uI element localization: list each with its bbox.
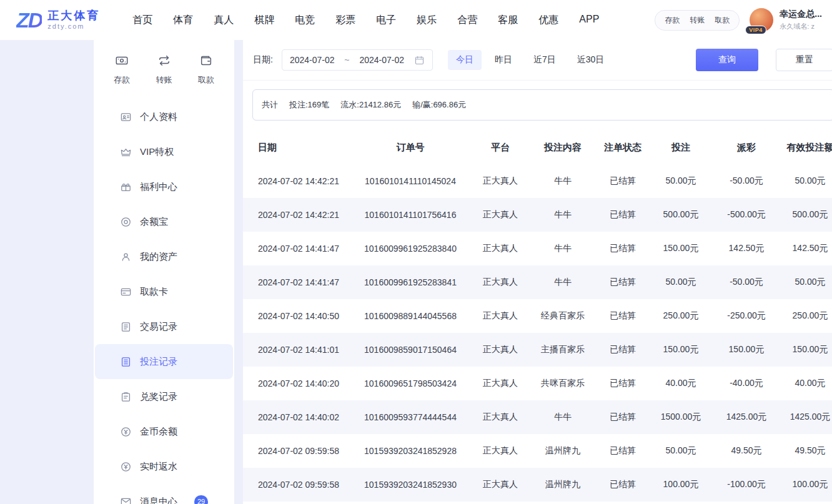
range-tab-近30日[interactable]: 近30日 (569, 50, 613, 70)
cell-payout: -50.00元 (714, 265, 779, 299)
range-tab-今日[interactable]: 今日 (448, 50, 482, 70)
cell-valid-amount: 100.00元 (779, 468, 832, 502)
summary-bar: 共计 投注:169笔 流水:21412.86元 输/赢:696.86元 (252, 89, 832, 121)
nav-item-合营[interactable]: 合营 (457, 14, 477, 27)
quick-range-tabs: 今日昨日近7日近30日 (448, 50, 612, 70)
cell-bet-content: 牛牛 (528, 164, 598, 198)
summary-turnover: 流水:21412.86元 (340, 99, 401, 111)
cell-status: 已结算 (598, 367, 648, 400)
nav-item-电竞[interactable]: 电竞 (295, 14, 315, 27)
sidebar-item-余额宝[interactable]: 余额宝 (95, 204, 233, 239)
deposit-icon (115, 54, 129, 69)
cell-valid-amount: 50.00元 (779, 265, 832, 299)
sidebar-item-取款卡[interactable]: 取款卡 (95, 274, 233, 309)
quick-action-取款[interactable]: 取款 (198, 54, 214, 86)
date-filter-label: 日期: (253, 54, 273, 66)
quick-action-转账[interactable]: 转账 (156, 54, 172, 86)
nav-item-首页[interactable]: 首页 (132, 14, 152, 27)
cell-bet-content: 温州牌九 (528, 468, 598, 502)
sidebar-item-兑奖记录[interactable]: 兑奖记录 (95, 379, 233, 414)
sidebar-item-福利中心[interactable]: 福利中心 (95, 169, 233, 204)
cell-platform: 正大真人 (473, 299, 528, 333)
date-range-input[interactable]: 2024-07-02 ~ 2024-07-02 (282, 49, 433, 71)
wallet-link-取款[interactable]: 取款 (715, 15, 730, 26)
calendar-icon[interactable] (414, 55, 425, 66)
sidebar-item-实时返水[interactable]: 实时返水 (95, 449, 233, 484)
sidebar: 存款转账取款 个人资料VIP特权福利中心余额宝我的资产取款卡交易记录投注记录兑奖… (94, 40, 234, 504)
sidebar-menu: 个人资料VIP特权福利中心余额宝我的资产取款卡交易记录投注记录兑奖记录金币余额实… (94, 96, 234, 504)
nav-item-电子[interactable]: 电子 (376, 14, 396, 27)
cell-bet-amount: 50.00元 (648, 265, 714, 299)
transfer-icon (157, 54, 171, 69)
cell-bet-amount: 50.00元 (648, 434, 714, 468)
table-header-row: 日期订单号平台投注内容注单状态投注派彩有效投注额 (243, 131, 832, 164)
cell-platform: 正大真人 (473, 468, 528, 502)
quick-action-label: 转账 (156, 74, 172, 86)
nav-item-真人[interactable]: 真人 (214, 14, 234, 27)
nav-item-体育[interactable]: 体育 (173, 14, 193, 27)
cell-date: 2024-07-02 14:40:20 (243, 367, 348, 400)
cell-order-number: 1015939203241852930 (348, 468, 473, 502)
nav-item-客服[interactable]: 客服 (498, 14, 518, 27)
quick-action-存款[interactable]: 存款 (114, 54, 130, 86)
rebate-icon (120, 461, 132, 473)
sidebar-item-金币余额[interactable]: 金币余额 (95, 414, 233, 449)
filter-actions: 查询 重置 (696, 49, 832, 71)
cell-payout: 142.50元 (714, 232, 779, 265)
sidebar-item-个人资料[interactable]: 个人资料 (95, 99, 233, 134)
sidebar-item-消息中心[interactable]: 消息中心29 (95, 484, 233, 504)
nav-item-彩票[interactable]: 彩票 (335, 14, 355, 27)
cell-status: 已结算 (598, 333, 648, 367)
cell-bet-amount: 500.00元 (648, 198, 714, 232)
avatar[interactable]: VIP4 (750, 8, 773, 32)
cell-date: 2024-07-02 14:41:01 (243, 333, 348, 367)
range-tab-近7日[interactable]: 近7日 (525, 50, 564, 70)
sidebar-item-label: 取款卡 (140, 286, 168, 298)
cell-bet-amount: 250.00元 (648, 299, 714, 333)
date-to-value[interactable]: 2024-07-02 (359, 55, 404, 65)
cell-date: 2024-07-02 14:40:50 (243, 299, 348, 333)
cell-platform: 正大真人 (473, 198, 528, 232)
sidebar-item-我的资产[interactable]: 我的资产 (95, 239, 233, 274)
top-header: ZD 正大体育 zdty.com 首页体育真人棋牌电竞彩票电子娱乐合营客服优惠A… (0, 0, 832, 40)
bet-records-table: 日期订单号平台投注内容注单状态投注派彩有效投注额 2024-07-02 14:4… (243, 131, 832, 502)
withdraw-icon (199, 54, 213, 69)
cell-date: 2024-07-02 14:41:47 (243, 232, 348, 265)
sidebar-item-label: 实时返水 (140, 461, 177, 473)
page-body: 存款转账取款 个人资料VIP特权福利中心余额宝我的资产取款卡交易记录投注记录兑奖… (0, 40, 832, 504)
cell-order-number: 1016009651798503424 (348, 367, 473, 400)
nav-item-娱乐[interactable]: 娱乐 (417, 14, 437, 27)
wallet-link-存款[interactable]: 存款 (665, 15, 680, 26)
username: 幸运金总... (780, 9, 822, 20)
cell-date: 2024-07-02 14:42:21 (243, 164, 348, 198)
cell-order-number: 1016010141110145024 (348, 164, 473, 198)
nav-item-APP[interactable]: APP (579, 14, 599, 27)
quick-action-label: 取款 (198, 74, 214, 86)
column-header-平台: 平台 (473, 131, 528, 164)
nav-item-优惠[interactable]: 优惠 (538, 14, 558, 27)
cell-bet-amount: 1500.00元 (648, 400, 714, 434)
user-area[interactable]: VIP4 幸运金总... 永久域名: z (750, 8, 822, 32)
brand-name: 正大体育 (47, 9, 100, 22)
date-from-value[interactable]: 2024-07-02 (290, 55, 335, 65)
cell-status: 已结算 (598, 265, 648, 299)
sidebar-item-交易记录[interactable]: 交易记录 (95, 309, 233, 344)
bet-record-icon (120, 356, 132, 368)
cell-bet-amount: 150.00元 (648, 232, 714, 265)
sidebar-item-VIP特权[interactable]: VIP特权 (95, 134, 233, 169)
redeem-record-icon (120, 391, 132, 403)
reset-button[interactable]: 重置 (776, 49, 832, 71)
cell-date: 2024-07-02 09:59:58 (243, 434, 348, 468)
cell-date: 2024-07-02 14:40:02 (243, 400, 348, 434)
cell-platform: 正大真人 (473, 367, 528, 400)
brand-logo[interactable]: ZD 正大体育 zdty.com (16, 8, 100, 32)
query-button[interactable]: 查询 (696, 49, 758, 71)
range-tab-昨日[interactable]: 昨日 (487, 50, 520, 70)
table-row: 2024-07-02 14:41:011016009859017150464正大… (243, 333, 832, 367)
table-row: 2024-07-02 14:40:501016009889144045568正大… (243, 299, 832, 333)
wallet-link-转账[interactable]: 转账 (690, 15, 705, 26)
user-meta: 幸运金总... 永久域名: z (780, 9, 822, 31)
cell-bet-amount: 40.00元 (648, 367, 714, 400)
sidebar-item-投注记录[interactable]: 投注记录 (95, 344, 233, 379)
nav-item-棋牌[interactable]: 棋牌 (254, 14, 274, 27)
